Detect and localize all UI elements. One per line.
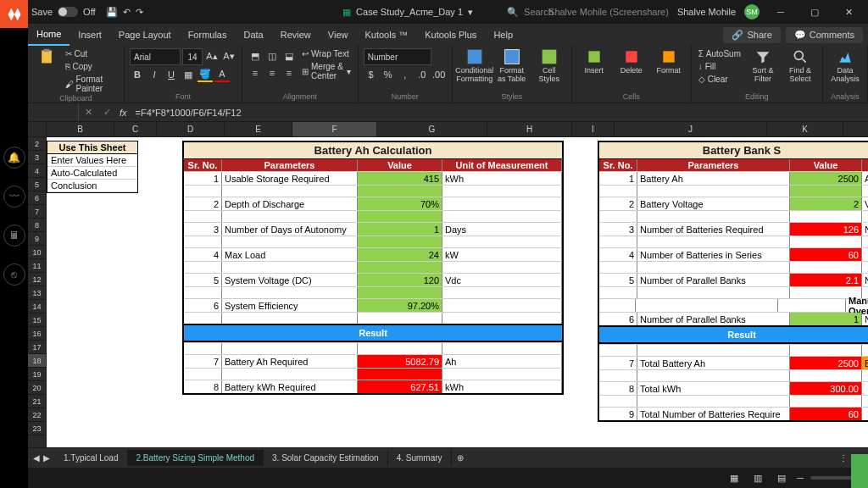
align-bot-icon[interactable]: ⬓	[281, 48, 297, 64]
row-header[interactable]: 19	[28, 368, 46, 381]
format-table-button[interactable]: Format as Table	[495, 48, 529, 84]
confirm-formula-icon[interactable]: ✓	[97, 103, 116, 121]
row-header[interactable]: 18	[28, 354, 46, 368]
find-select-button[interactable]: Find & Select	[783, 48, 817, 84]
row-header[interactable]: 23	[28, 422, 46, 435]
row-header[interactable]: 4	[28, 164, 46, 178]
tab-kutoolsplus[interactable]: Kutools Plus	[416, 24, 485, 46]
tab-formulas[interactable]: Formulas	[180, 24, 236, 46]
font-shrink-icon[interactable]: A▾	[221, 48, 236, 64]
percent-icon[interactable]: %	[381, 67, 396, 82]
next-sheet-icon[interactable]: ▶	[43, 453, 50, 463]
add-sheet-icon[interactable]: ⊕	[452, 453, 469, 463]
row-header[interactable]: 11	[28, 259, 46, 273]
clear-button[interactable]: ◇ Clear	[697, 74, 743, 85]
inc-decimal-icon[interactable]: .0	[415, 67, 430, 82]
insert-cells-button[interactable]: Insert	[577, 48, 611, 75]
autosum-button[interactable]: Σ AutoSum	[697, 48, 743, 59]
cell-styles-button[interactable]: Cell Styles	[532, 48, 566, 84]
align-right-icon[interactable]: ≡	[281, 65, 297, 80]
sheet-tab[interactable]: 4. Summary	[388, 450, 452, 466]
row-header[interactable]: 2	[28, 137, 46, 151]
sheet-tab[interactable]: 3. Solar Capacity Estimation	[264, 450, 388, 466]
col-header[interactable]: C	[114, 122, 157, 136]
row-header[interactable]: 12	[28, 273, 46, 286]
tab-kutools[interactable]: Kutools ™	[356, 24, 416, 46]
sheet-tab[interactable]: 2.Battery Sizing Simple Method	[128, 450, 264, 466]
comma-icon[interactable]: ,	[398, 67, 413, 82]
tab-options-icon[interactable]: ⋮	[839, 453, 848, 463]
align-mid-icon[interactable]: ◫	[264, 48, 280, 64]
cut-button[interactable]: ✂ Cut	[64, 48, 120, 59]
share-button[interactable]: 🔗Share	[723, 27, 780, 43]
number-format-select[interactable]: Number	[364, 48, 431, 65]
font-size-input[interactable]: 14	[182, 48, 203, 65]
row-header[interactable]: 14	[28, 300, 46, 313]
tab-insert[interactable]: Insert	[70, 24, 110, 46]
autosave-toggle[interactable]	[58, 7, 78, 17]
search-box[interactable]: 🔍 Search	[507, 7, 554, 18]
save-icon[interactable]: 💾	[106, 7, 118, 18]
col-header[interactable]: J	[615, 122, 767, 136]
font-grow-icon[interactable]: A▴	[204, 48, 220, 64]
font-color-button[interactable]: A	[214, 67, 230, 82]
align-center-icon[interactable]: ≡	[264, 65, 280, 80]
activity-icon[interactable]: 〰	[3, 186, 25, 208]
maximize-icon[interactable]: ▢	[802, 0, 827, 24]
fx-icon[interactable]: fx	[116, 108, 131, 118]
tab-help[interactable]: Help	[485, 24, 521, 46]
col-header[interactable]: H	[487, 122, 572, 136]
layout-view-icon[interactable]: ▥	[749, 471, 766, 485]
col-header[interactable]: B	[47, 122, 114, 136]
redo-icon[interactable]: ↷	[136, 7, 143, 18]
row-header[interactable]: 17	[28, 341, 46, 354]
normal-view-icon[interactable]: ▦	[726, 471, 743, 485]
row-header[interactable]: 15	[28, 313, 46, 327]
font-name-input[interactable]: Arial	[130, 48, 181, 65]
dec-decimal-icon[interactable]: .00	[431, 67, 447, 82]
currency-icon[interactable]: $	[364, 67, 379, 82]
merge-center-button[interactable]: ⊞ Merge & Center ▾	[300, 61, 353, 81]
comments-button[interactable]: 💬Comments	[786, 27, 863, 43]
row-header[interactable]: 21	[28, 395, 46, 408]
data-analysis-button[interactable]: Data Analysis	[828, 48, 862, 84]
prev-sheet-icon[interactable]: ◀	[33, 453, 40, 463]
undo-icon[interactable]: ↶	[123, 7, 131, 18]
row-header[interactable]: 10	[28, 246, 46, 259]
row-header[interactable]: 20	[28, 381, 46, 395]
pagebreak-view-icon[interactable]: ▤	[773, 471, 790, 485]
row-header[interactable]: 3	[28, 151, 46, 164]
user-avatar[interactable]: SM	[744, 4, 760, 19]
fill-color-button[interactable]: 🪣	[198, 67, 213, 82]
bold-button[interactable]: B	[130, 67, 145, 82]
share-icon[interactable]: ⎋	[3, 263, 25, 286]
col-header[interactable]: G	[377, 122, 487, 136]
calc-icon[interactable]: 🖩	[3, 225, 25, 247]
fill-button[interactable]: ↓ Fill	[697, 61, 743, 72]
select-all-cell[interactable]	[28, 122, 46, 137]
conditional-formatting-button[interactable]: Conditional Formatting	[458, 48, 492, 84]
name-box[interactable]	[28, 103, 79, 121]
underline-button[interactable]: U	[164, 67, 179, 82]
align-left-icon[interactable]: ≡	[248, 65, 263, 80]
file-title[interactable]: ▦ Case Study_Acme_Day 1 ▾	[342, 7, 473, 18]
col-header[interactable]: D	[157, 122, 225, 136]
minimize-icon[interactable]: ─	[768, 0, 793, 24]
row-header[interactable]: 8	[28, 219, 46, 232]
tab-home[interactable]: Home	[28, 24, 70, 46]
row-header[interactable]: 13	[28, 286, 46, 300]
row-header[interactable]: 6	[28, 191, 46, 205]
col-header[interactable]: K	[767, 122, 843, 136]
delete-cells-button[interactable]: Delete	[615, 48, 648, 75]
sort-filter-button[interactable]: Sort & Filter	[746, 48, 780, 84]
close-icon[interactable]: ✕	[836, 0, 861, 24]
col-header[interactable]: E	[225, 122, 292, 136]
tab-review[interactable]: Review	[272, 24, 320, 46]
formula-input[interactable]	[131, 108, 868, 118]
align-top-icon[interactable]: ⬒	[248, 48, 263, 64]
sheet-canvas[interactable]: Use This Sheet Enter Values Here Auto-Ca…	[47, 137, 868, 447]
row-header[interactable]: 7	[28, 205, 46, 219]
bell-icon[interactable]: 🔔	[3, 147, 25, 169]
row-header[interactable]: 16	[28, 327, 46, 341]
col-header[interactable]: F	[292, 122, 377, 136]
